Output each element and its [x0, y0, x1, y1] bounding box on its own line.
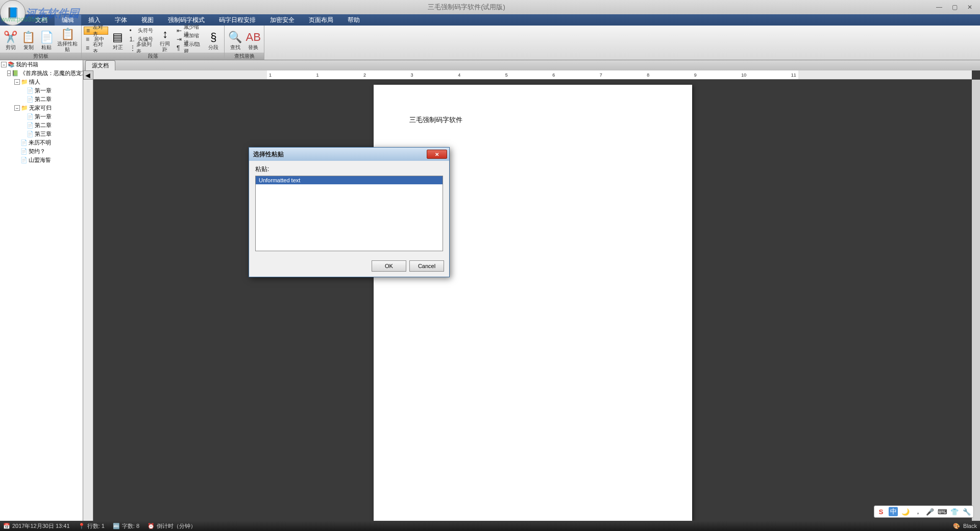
dialog-overlay: 选择性粘贴 ✕ 粘贴: Unformatted text OK Cancel — [0, 0, 980, 531]
paste-special-dialog: 选择性粘贴 ✕ 粘贴: Unformatted text OK Cancel — [249, 147, 450, 277]
dialog-label: 粘贴: — [255, 165, 443, 174]
dialog-buttons: OK Cancel — [249, 257, 449, 277]
cancel-button[interactable]: Cancel — [409, 260, 444, 272]
paste-format-list[interactable]: Unformatted text — [255, 176, 443, 251]
ok-button[interactable]: OK — [372, 260, 406, 272]
dialog-title-text: 选择性粘贴 — [253, 150, 284, 159]
dialog-close-button[interactable]: ✕ — [427, 150, 447, 159]
list-item-unformatted[interactable]: Unformatted text — [256, 176, 443, 184]
dialog-titlebar[interactable]: 选择性粘贴 ✕ — [249, 148, 449, 161]
dialog-body: 粘贴: Unformatted text — [249, 161, 449, 257]
